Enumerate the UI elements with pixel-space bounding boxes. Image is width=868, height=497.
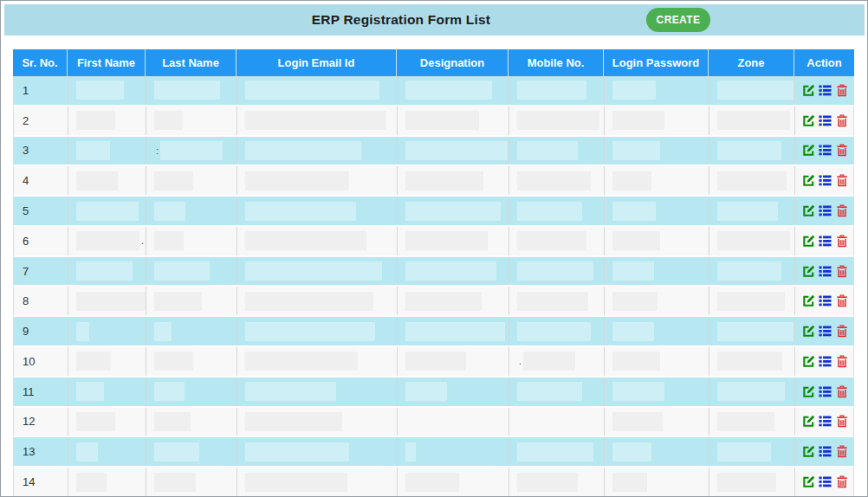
cell-designation [398, 227, 509, 255]
cell-action [795, 106, 854, 135]
create-button[interactable]: CREATE [646, 8, 710, 32]
cell-mobile-no [509, 106, 605, 135]
column-header-login-password: Login Password [604, 49, 709, 76]
edit-button[interactable] [802, 83, 816, 97]
list-icon [819, 265, 832, 278]
delete-button[interactable] [835, 384, 849, 398]
cell-last-name [146, 166, 237, 195]
table-row: 12 [13, 408, 854, 438]
trash-icon [836, 385, 848, 398]
edit-button[interactable] [802, 264, 816, 278]
cell-last-name [146, 408, 237, 436]
list-icon [819, 84, 832, 97]
delete-button[interactable] [835, 445, 849, 459]
cell-mobile-no [509, 437, 605, 466]
cell-last-name [146, 106, 237, 135]
delete-button[interactable] [835, 113, 849, 127]
cell-sr-no: 14 [14, 468, 68, 496]
cell-sr-no: 8 [14, 287, 68, 315]
cell-login-email-id [237, 197, 398, 225]
details-button[interactable] [819, 475, 832, 489]
redacted-text [76, 473, 107, 492]
list-icon [819, 144, 832, 157]
details-button[interactable] [819, 445, 832, 459]
details-button[interactable] [819, 83, 832, 97]
list-icon [819, 385, 832, 398]
table-header-row: Sr. No. First Name Last Name Login Email… [13, 49, 854, 76]
redacted-text [405, 111, 479, 130]
details-button[interactable] [819, 354, 832, 368]
cell-login-email-id [237, 287, 398, 315]
redacted-text [612, 111, 664, 130]
redacted-text [517, 442, 593, 462]
column-header-action: Action [794, 49, 854, 76]
edit-button[interactable] [802, 234, 816, 248]
cell-first-name [68, 347, 146, 376]
delete-button[interactable] [835, 264, 849, 278]
cell-sr-no: 2 [14, 106, 68, 135]
edit-icon [802, 265, 815, 278]
edit-button[interactable] [802, 354, 816, 368]
cell-login-password [605, 166, 709, 195]
edit-button[interactable] [802, 174, 816, 188]
table-row: 10 . [13, 347, 854, 378]
redacted-text [76, 322, 89, 341]
cell-first-name [68, 106, 146, 135]
details-button[interactable] [819, 264, 832, 278]
cell-zone [709, 106, 795, 135]
edit-button[interactable] [802, 475, 816, 489]
cell-sr-no: 7 [14, 257, 68, 286]
delete-button[interactable] [835, 204, 849, 218]
redacted-text [612, 412, 663, 431]
details-button[interactable] [819, 174, 832, 188]
details-button[interactable] [819, 325, 832, 339]
edit-button[interactable] [802, 325, 816, 339]
edit-button[interactable] [802, 144, 816, 158]
cell-designation [398, 106, 509, 135]
delete-button[interactable] [835, 174, 849, 188]
details-button[interactable] [819, 204, 832, 218]
delete-button[interactable] [835, 144, 849, 158]
trash-icon [836, 445, 848, 458]
cell-designation [398, 197, 509, 225]
delete-button[interactable] [835, 475, 849, 489]
cell-designation [398, 287, 509, 315]
cell-login-email-id [237, 227, 398, 255]
edit-button[interactable] [802, 294, 816, 308]
cell-action [795, 437, 854, 466]
redacted-text [405, 231, 488, 250]
edit-button[interactable] [802, 415, 816, 429]
table-row: 5 [13, 197, 854, 227]
cell-action [795, 378, 854, 406]
cell-login-password [605, 437, 709, 466]
cell-action [795, 317, 854, 345]
delete-button[interactable] [835, 415, 849, 429]
trash-icon [836, 84, 848, 97]
cell-sr-no: 11 [14, 378, 68, 406]
list-icon [819, 415, 832, 428]
delete-button[interactable] [835, 354, 849, 368]
edit-button[interactable] [802, 113, 816, 127]
edit-icon [802, 204, 815, 217]
details-button[interactable] [819, 415, 832, 429]
cell-sr-no: 13 [14, 437, 68, 466]
details-button[interactable] [819, 113, 832, 127]
cell-action [795, 227, 854, 255]
details-button[interactable] [819, 384, 832, 398]
edit-icon [802, 144, 815, 157]
redacted-text [76, 202, 139, 221]
cell-last-name [146, 317, 237, 345]
details-button[interactable] [819, 144, 832, 158]
delete-button[interactable] [835, 294, 849, 308]
details-button[interactable] [819, 294, 832, 308]
edit-button[interactable] [802, 204, 816, 218]
redacted-text [405, 171, 483, 190]
delete-button[interactable] [835, 325, 849, 339]
delete-button[interactable] [835, 234, 849, 248]
table-row: 7 [13, 257, 854, 287]
edit-button[interactable] [802, 384, 816, 398]
cell-zone [709, 347, 795, 376]
edit-button[interactable] [802, 445, 816, 459]
details-button[interactable] [819, 234, 832, 248]
delete-button[interactable] [835, 83, 849, 97]
